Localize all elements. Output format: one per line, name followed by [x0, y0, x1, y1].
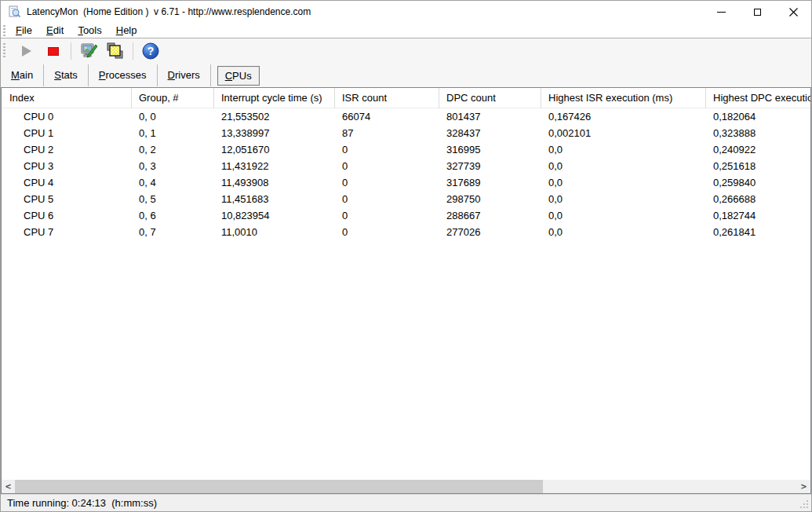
cell-group: 0, 1 — [132, 125, 214, 141]
menu-item-help[interactable]: Help — [109, 23, 144, 38]
column-header-highest-dpc-execution-ms[interactable]: Highest DPC execution (ms) — [706, 88, 811, 108]
menu-item-file[interactable]: File — [9, 23, 39, 38]
table-row-cpu-0[interactable]: CPU 00, 021,553502660748014370,1674260,1… — [2, 108, 810, 125]
close-icon — [789, 8, 798, 16]
cell-highest-isr-execution-ms: 0,0 — [541, 141, 706, 158]
cell-highest-isr-execution-ms: 0,0 — [541, 158, 706, 174]
minimize-button[interactable] — [703, 1, 739, 23]
tab-drivers[interactable]: Drivers — [158, 64, 211, 86]
cell-highest-dpc-execution-ms: 0,261841 — [706, 224, 811, 240]
table-header: IndexGroup, #Interrupt cycle time (s)ISR… — [2, 88, 810, 108]
cell-group: 0, 7 — [132, 224, 214, 240]
tab-cpus[interactable]: CPUs — [217, 66, 260, 86]
cell-group: 0, 2 — [132, 141, 214, 158]
cell-index: CPU 4 — [2, 174, 132, 191]
close-button[interactable] — [775, 1, 811, 23]
table-row-cpu-5[interactable]: CPU 50, 511,45168302987500,00,266688 — [2, 191, 810, 207]
cell-interrupt-cycle-time-s: 10,823954 — [214, 207, 335, 224]
cell-interrupt-cycle-time-s: 11,493908 — [214, 174, 335, 191]
cell-group: 0, 5 — [132, 191, 214, 207]
cell-isr-count: 0 — [335, 174, 439, 191]
cell-group: 0, 6 — [132, 207, 214, 224]
cell-group: 0, 3 — [132, 158, 214, 174]
svg-text:?: ? — [147, 45, 155, 57]
cell-highest-isr-execution-ms: 0,0 — [541, 191, 706, 207]
help-button[interactable]: ? — [140, 41, 161, 61]
tab-stats[interactable]: Stats — [44, 64, 89, 86]
column-header-index[interactable]: Index — [2, 88, 132, 108]
copy-report-icon — [106, 42, 125, 60]
cell-interrupt-cycle-time-s: 12,051670 — [214, 141, 335, 158]
scroll-right-button[interactable]: > — [797, 480, 810, 493]
column-header-dpc-count[interactable]: DPC count — [439, 88, 541, 108]
maximize-button[interactable] — [739, 1, 775, 23]
tab-processes[interactable]: Processes — [89, 64, 158, 86]
column-header-group[interactable]: Group, # — [132, 88, 214, 108]
column-header-interrupt-cycle-time-s[interactable]: Interrupt cycle time (s) — [214, 88, 335, 108]
report-button[interactable] — [105, 41, 126, 61]
cell-highest-dpc-execution-ms: 0,240922 — [706, 141, 811, 158]
cell-index: CPU 1 — [2, 125, 132, 141]
tab-main[interactable]: Main — [1, 64, 44, 86]
cell-highest-dpc-execution-ms: 0,259840 — [706, 174, 811, 191]
horizontal-scrollbar[interactable]: < > — [2, 480, 810, 493]
column-header-isr-count[interactable]: ISR count — [335, 88, 439, 108]
cpu-table: IndexGroup, #Interrupt cycle time (s)ISR… — [1, 87, 811, 494]
cell-isr-count: 0 — [335, 141, 439, 158]
monitor-tool-icon — [79, 42, 98, 60]
cell-index: CPU 3 — [2, 158, 132, 174]
scrollbar-thumb[interactable] — [15, 480, 543, 493]
window-title: LatencyMon (Home Edition ) v 6.71 - http… — [27, 6, 311, 17]
cell-group: 0, 0 — [132, 108, 214, 125]
toolbar-separator — [133, 42, 133, 60]
cell-dpc-count: 328437 — [439, 125, 541, 141]
toolbar-gripper[interactable] — [3, 43, 5, 59]
title-bar: LatencyMon (Home Edition ) v 6.71 - http… — [1, 1, 811, 23]
cell-highest-dpc-execution-ms: 0,323888 — [706, 125, 811, 141]
stop-monitor-button[interactable] — [43, 41, 64, 61]
cell-highest-isr-execution-ms: 0,0 — [541, 174, 706, 191]
cell-dpc-count: 327739 — [439, 158, 541, 174]
menu-bar: FileEditToolsHelp — [1, 23, 811, 38]
cell-isr-count: 87 — [335, 125, 439, 141]
cell-dpc-count: 277026 — [439, 224, 541, 240]
cell-dpc-count: 801437 — [439, 108, 541, 125]
menu-gripper[interactable] — [3, 25, 5, 36]
table-row-cpu-7[interactable]: CPU 70, 711,001002770260,00,261841 — [2, 224, 810, 240]
cell-highest-dpc-execution-ms: 0,251618 — [706, 158, 811, 174]
options-button[interactable] — [78, 41, 99, 61]
resize-grip-icon[interactable] — [807, 507, 808, 508]
cell-isr-count: 0 — [335, 207, 439, 224]
time-running-text: Time running: 0:24:13 (h:mm:ss) — [1, 497, 157, 509]
cell-index: CPU 7 — [2, 224, 132, 240]
cell-dpc-count: 288667 — [439, 207, 541, 224]
app-icon — [8, 5, 20, 18]
scroll-left-button[interactable]: < — [2, 480, 15, 493]
cell-interrupt-cycle-time-s: 11,451683 — [214, 191, 335, 207]
stop-icon — [48, 47, 59, 56]
cell-index: CPU 2 — [2, 141, 132, 158]
cell-highest-dpc-execution-ms: 0,182744 — [706, 207, 811, 224]
start-monitor-button[interactable] — [16, 41, 37, 61]
cell-highest-dpc-execution-ms: 0,182064 — [706, 108, 811, 125]
play-icon — [22, 46, 31, 57]
maximize-icon — [754, 9, 761, 16]
cell-highest-isr-execution-ms: 0,002101 — [541, 125, 706, 141]
table-row-cpu-2[interactable]: CPU 20, 212,05167003169950,00,240922 — [2, 141, 810, 158]
table-row-cpu-6[interactable]: CPU 60, 610,82395402886670,00,182744 — [2, 207, 810, 224]
help-icon: ? — [141, 42, 160, 60]
toolbar: ? — [1, 38, 811, 64]
menu-item-tools[interactable]: Tools — [71, 23, 108, 38]
table-row-cpu-3[interactable]: CPU 30, 311,43192203277390,00,251618 — [2, 158, 810, 174]
cell-group: 0, 4 — [132, 174, 214, 191]
cell-isr-count: 0 — [335, 224, 439, 240]
menu-item-edit[interactable]: Edit — [39, 23, 71, 38]
table-body: CPU 00, 021,553502660748014370,1674260,1… — [2, 108, 810, 240]
table-row-cpu-4[interactable]: CPU 40, 411,49390803176890,00,259840 — [2, 174, 810, 191]
cell-highest-isr-execution-ms: 0,0 — [541, 207, 706, 224]
cell-isr-count: 66074 — [335, 108, 439, 125]
column-header-highest-isr-execution-ms[interactable]: Highest ISR execution (ms) — [541, 88, 706, 108]
cell-interrupt-cycle-time-s: 13,338997 — [214, 125, 335, 141]
status-bar: Time running: 0:24:13 (h:mm:ss) — [1, 494, 811, 511]
table-row-cpu-1[interactable]: CPU 10, 113,338997873284370,0021010,3238… — [2, 125, 810, 141]
